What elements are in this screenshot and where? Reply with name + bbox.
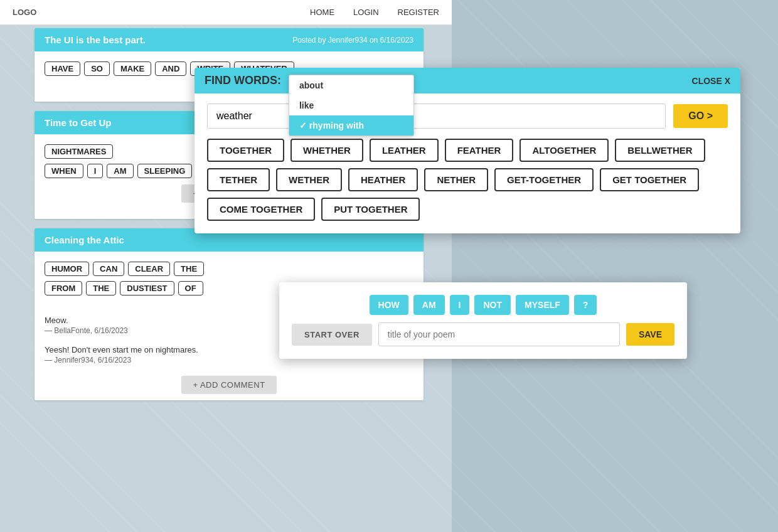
dropdown-about[interactable]: about xyxy=(289,75,413,95)
modal-header: FIND WORDS: about like ✓ rhyming with CL… xyxy=(194,68,740,93)
poem-word[interactable]: HOW xyxy=(370,295,408,315)
navbar: LOGO HOME LOGIN REGISTER xyxy=(0,0,452,25)
word-and[interactable]: AND xyxy=(155,61,186,76)
word-so[interactable]: SO xyxy=(84,61,110,76)
word-am[interactable]: AM xyxy=(107,164,133,178)
result-tag[interactable]: ALTOGETHER xyxy=(520,139,609,162)
find-words-title: FIND WORDS: xyxy=(205,74,281,87)
result-tag[interactable]: LEATHER xyxy=(370,139,439,162)
word-from[interactable]: FROM xyxy=(45,281,82,295)
result-tag[interactable]: FEATHER xyxy=(445,139,514,162)
word-make[interactable]: MAKE xyxy=(114,61,151,76)
result-tag[interactable]: GET TOGETHER xyxy=(600,168,699,191)
card3-add-comment-button[interactable]: + ADD COMMENT xyxy=(181,376,276,394)
card1-meta: Posted by Jennifer934 on 6/16/2023 xyxy=(292,36,413,45)
result-tag[interactable]: PUT TOGETHER xyxy=(321,198,420,221)
nav-register[interactable]: REGISTER xyxy=(398,8,439,17)
result-tag[interactable]: BELLWETHER xyxy=(615,139,705,162)
poem-word[interactable]: AM xyxy=(413,295,445,315)
word-the1[interactable]: THE xyxy=(174,262,204,276)
result-tag[interactable]: TOGETHER xyxy=(207,139,284,162)
nav-links: HOME LOGIN REGISTER xyxy=(310,8,439,17)
results-grid: TOGETHERWHETHERLEATHERFEATHERALTOGETHERB… xyxy=(194,139,740,233)
result-tag[interactable]: TETHER xyxy=(207,168,270,191)
word-clear[interactable]: CLEAR xyxy=(128,262,170,276)
poem-title-input[interactable] xyxy=(378,322,620,346)
poem-word[interactable]: ? xyxy=(574,295,597,315)
logo: LOGO xyxy=(13,8,310,17)
find-words-label: FIND WORDS: about like ✓ rhyming with xyxy=(205,74,289,87)
word-nightmares[interactable]: NIGHTMARES xyxy=(45,144,113,159)
word-dustiest[interactable]: DUSTIEST xyxy=(120,281,174,295)
dropdown-menu: about like ✓ rhyming with xyxy=(289,75,414,136)
result-tag[interactable]: HEATHER xyxy=(348,168,418,191)
go-button[interactable]: GO > xyxy=(673,104,728,128)
card1-title: The UI is the best part. xyxy=(45,35,146,45)
search-row: GO > xyxy=(194,93,740,139)
result-tag[interactable]: COME TOGETHER xyxy=(207,198,315,221)
poem-line: HOWAMINOTMYSELF? xyxy=(292,295,674,315)
word-when[interactable]: WHEN xyxy=(45,164,83,178)
word-of[interactable]: OF xyxy=(178,281,203,295)
nav-home[interactable]: HOME xyxy=(310,8,334,17)
result-tag[interactable]: GET-TOGETHER xyxy=(494,168,594,191)
start-over-button[interactable]: START OVER xyxy=(292,324,372,346)
modal-close-button[interactable]: CLOSE X xyxy=(692,76,730,86)
card3-words-row1: HUMOR CAN CLEAR THE xyxy=(45,262,413,276)
word-i[interactable]: I xyxy=(87,164,104,178)
word-can[interactable]: CAN xyxy=(93,262,124,276)
card2-title: Time to Get Up xyxy=(45,117,111,128)
card1-header: The UI is the best part. Posted by Jenni… xyxy=(35,28,424,51)
nav-login[interactable]: LOGIN xyxy=(353,8,378,17)
word-the2[interactable]: THE xyxy=(86,281,116,295)
poem-word[interactable]: I xyxy=(450,295,470,315)
dropdown-rhyming[interactable]: ✓ rhyming with xyxy=(289,115,413,136)
search-input[interactable] xyxy=(207,104,666,129)
word-have[interactable]: HAVE xyxy=(45,61,80,76)
poem-editor: HOWAMINOTMYSELF? START OVER SAVE xyxy=(279,282,687,359)
result-tag[interactable]: NETHER xyxy=(424,168,488,191)
save-button[interactable]: SAVE xyxy=(626,323,674,346)
word-sleeping[interactable]: SLEEPING xyxy=(137,164,193,178)
poem-word[interactable]: NOT xyxy=(474,295,511,315)
dropdown-like[interactable]: like xyxy=(289,95,413,115)
result-tag[interactable]: WHETHER xyxy=(290,139,363,162)
card3-title: Cleaning the Attic xyxy=(45,235,124,245)
poem-word[interactable]: MYSELF xyxy=(516,295,569,315)
result-tag[interactable]: WETHER xyxy=(276,168,342,191)
editor-footer: START OVER SAVE xyxy=(292,322,674,346)
word-humor[interactable]: HUMOR xyxy=(45,262,89,276)
find-words-modal: FIND WORDS: about like ✓ rhyming with CL… xyxy=(194,68,740,233)
